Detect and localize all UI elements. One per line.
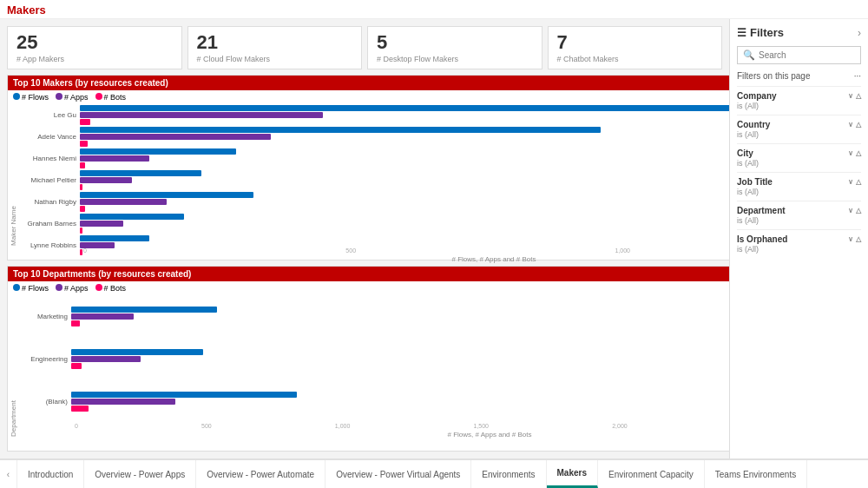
- filters-panel: ☰ Filters › 🔍 Filters on this page ··· C…: [729, 19, 868, 458]
- makers-y-axis: Maker Name: [8, 104, 19, 247]
- filter-item-label: Company: [737, 91, 777, 101]
- filter-item-label: Is Orphaned: [737, 234, 787, 244]
- top10depts-title: Top 10 Departments (by resources created…: [8, 267, 729, 281]
- dept-legend-apps: # Apps: [64, 284, 89, 293]
- kpi-label-desktopflow-makers: # Desktop Flow Makers: [377, 55, 533, 63]
- filter-item[interactable]: Country ∨ △ is (All): [737, 115, 861, 143]
- filter-title-text: Filters: [750, 26, 784, 39]
- kpi-desktopflow-makers: 5 # Desktop Flow Makers: [367, 26, 542, 69]
- table-row: Lee Gu: [19, 105, 729, 125]
- filter-item-icons[interactable]: ∨ △: [848, 207, 861, 214]
- legend-apps: # Apps: [64, 93, 89, 102]
- filter-item[interactable]: Is Orphaned ∨ △ is (All): [737, 229, 861, 258]
- dept-legend-bots: # Bots: [104, 284, 127, 293]
- kpi-cloudflow-makers: 21 # Cloud Flow Makers: [187, 26, 363, 69]
- legend-bots: # Bots: [104, 93, 127, 102]
- nav-tab-teams-environments[interactable]: Teams Environments: [705, 460, 807, 488]
- kpi-value-desktopflow-makers: 5: [377, 32, 533, 53]
- filter-item[interactable]: Job Title ∨ △ is (All): [737, 172, 861, 201]
- filter-icon: ☰: [737, 27, 746, 39]
- nav-tab-overview---power-automate[interactable]: Overview - Power Automate: [196, 460, 326, 488]
- filter-search-box[interactable]: 🔍: [737, 46, 861, 64]
- filter-item-icons[interactable]: ∨ △: [848, 149, 861, 157]
- filter-item-value: is (All): [737, 188, 861, 196]
- chevron-down-icon[interactable]: ∨: [848, 149, 853, 157]
- filter-item-icons[interactable]: ∨ △: [848, 235, 861, 243]
- table-row: Adele Vance: [19, 127, 729, 147]
- bottom-nav: ‹ IntroductionOverview - Power AppsOverv…: [0, 458, 868, 488]
- filter-item-header: Department ∨ △: [737, 206, 861, 215]
- nav-tab-overview---power-virtual-agents[interactable]: Overview - Power Virtual Agents: [326, 460, 471, 488]
- filter-items-list: Company ∨ △ is (All) Country ∨ △ is (All…: [737, 86, 861, 258]
- table-row: (Blank): [19, 392, 729, 412]
- top10depts-legend: # Flows # Apps # Bots: [8, 281, 729, 295]
- chevron-down-icon[interactable]: ∨: [848, 235, 853, 243]
- filter-item-label: City: [737, 148, 753, 158]
- clear-icon[interactable]: △: [856, 178, 861, 186]
- filter-item-header: Company ∨ △: [737, 91, 861, 101]
- filter-title: ☰ Filters: [737, 26, 784, 39]
- nav-tab-makers[interactable]: Makers: [547, 460, 598, 488]
- filter-item-label: Department: [737, 206, 786, 215]
- filter-item-header: Country ∨ △: [737, 120, 861, 129]
- clear-icon[interactable]: △: [856, 207, 861, 214]
- filters-on-page-label: Filters on this page ···: [737, 71, 861, 81]
- filter-item-icons[interactable]: ∨ △: [848, 178, 861, 186]
- table-row: Hannes Niemi: [19, 148, 729, 168]
- search-icon: 🔍: [743, 49, 755, 61]
- kpi-value-cloudflow-makers: 21: [197, 32, 353, 53]
- filter-item-value: is (All): [737, 130, 861, 139]
- kpi-app-makers: 25 # App Makers: [7, 26, 182, 69]
- kpi-label-chatbot-makers: # Chatbot Makers: [557, 55, 713, 63]
- kpi-row: 25 # App Makers 21 # Cloud Flow Makers 5…: [7, 26, 722, 69]
- chevron-down-icon[interactable]: ∨: [848, 207, 853, 214]
- legend-flows: # Flows: [22, 93, 49, 102]
- nav-prev-arrow[interactable]: ‹: [0, 460, 17, 488]
- filter-item-label: Country: [737, 120, 770, 129]
- filter-item-header: Is Orphaned ∨ △: [737, 234, 861, 244]
- makers-x-axis: # Flows, # Apps and # Bots: [19, 255, 729, 263]
- chevron-down-icon[interactable]: ∨: [848, 121, 853, 129]
- filter-item-label: Job Title: [737, 177, 773, 187]
- filter-item-value: is (All): [737, 245, 861, 254]
- nav-tab-environment-capacity[interactable]: Environment Capacity: [598, 460, 705, 488]
- table-row: Marketing: [19, 307, 729, 326]
- dept-legend-flows: # Flows: [22, 284, 49, 293]
- clear-icon[interactable]: △: [856, 235, 861, 243]
- filter-header: ☰ Filters ›: [737, 26, 861, 39]
- page-title: Makers: [0, 0, 868, 19]
- nav-tab-overview---power-apps[interactable]: Overview - Power Apps: [84, 460, 196, 488]
- filter-item[interactable]: Company ∨ △ is (All): [737, 86, 861, 115]
- filter-item-header: City ∨ △: [737, 148, 861, 158]
- filter-item-icons[interactable]: ∨ △: [848, 121, 861, 129]
- filter-expand-icon[interactable]: ›: [858, 27, 861, 39]
- table-row: Nathan Rigby: [19, 192, 729, 212]
- top10makers-chart: Lee GuAdele VanceHannes NiemiMichael Pel…: [19, 104, 729, 247]
- table-row: Graham Barnes: [19, 214, 729, 234]
- chevron-down-icon[interactable]: ∨: [848, 178, 853, 186]
- clear-icon[interactable]: △: [856, 92, 861, 100]
- filter-item[interactable]: Department ∨ △ is (All): [737, 201, 861, 229]
- top10makers-legend: # Flows # Apps # Bots: [8, 90, 729, 104]
- kpi-value-chatbot-makers: 7: [557, 32, 713, 53]
- table-row: Michael Peltier: [19, 170, 729, 190]
- kpi-chatbot-makers: 7 # Chatbot Makers: [548, 26, 723, 69]
- clear-icon[interactable]: △: [856, 149, 861, 157]
- filters-on-page-text: Filters on this page: [737, 71, 811, 81]
- filters-more-icon[interactable]: ···: [854, 71, 861, 81]
- clear-icon[interactable]: △: [856, 121, 861, 129]
- top10makers-title: Top 10 Makers (by resources created): [8, 76, 729, 90]
- kpi-label-cloudflow-makers: # Cloud Flow Makers: [197, 55, 353, 63]
- kpi-value-app-makers: 25: [16, 32, 173, 53]
- filter-item-value: is (All): [737, 102, 861, 110]
- kpi-label-app-makers: # App Makers: [16, 55, 173, 63]
- filter-item[interactable]: City ∨ △ is (All): [737, 143, 861, 172]
- filter-item-icons[interactable]: ∨ △: [848, 92, 861, 100]
- table-row: Engineering: [19, 349, 729, 369]
- nav-tab-introduction[interactable]: Introduction: [17, 460, 84, 488]
- nav-tab-environments[interactable]: Environments: [471, 460, 546, 488]
- depts-y-axis: Department: [8, 295, 19, 439]
- filter-search-input[interactable]: [759, 50, 855, 60]
- filter-item-value: is (All): [737, 159, 861, 168]
- chevron-down-icon[interactable]: ∨: [848, 92, 853, 100]
